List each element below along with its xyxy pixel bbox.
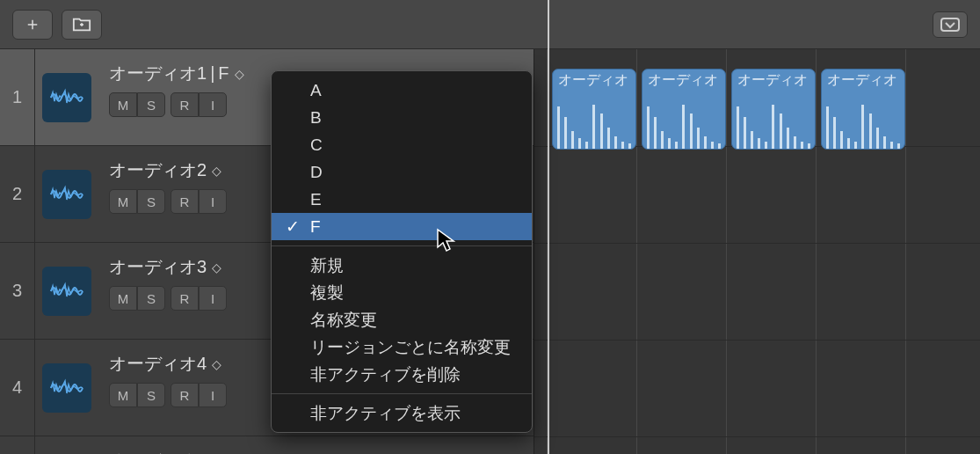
track-alternatives-menu: ABCDE✓F新規複製名称変更リージョンごとに名称変更非アクティブを削除非アクテ… <box>271 70 533 433</box>
track-header: オーディオ5◇MSRI <box>98 436 534 454</box>
region-label: オーディオ <box>822 70 904 92</box>
track-button-r[interactable]: R <box>171 92 199 117</box>
track-button-s[interactable]: S <box>137 189 165 214</box>
grid-line-vertical <box>905 49 906 454</box>
menu-item-label: 非アクティブを表示 <box>310 402 461 425</box>
playhead-line <box>548 0 549 454</box>
track-name[interactable]: オーディオ5 <box>109 449 207 454</box>
timeline-area[interactable]: オーディオオーディオオーディオオーディオ <box>534 49 980 454</box>
waveform-icon <box>822 94 904 149</box>
track-name[interactable]: オーディオ3 <box>109 255 207 279</box>
track-row-5[interactable]: 5オーディオ5◇MSRI <box>0 436 534 454</box>
menu-item-action-2[interactable]: 名称変更 <box>272 306 532 333</box>
menu-separator <box>272 245 532 246</box>
audio-waveform-icon <box>42 73 91 122</box>
track-name[interactable]: オーディオ1 <box>109 62 207 85</box>
track-button-i[interactable]: I <box>199 92 227 117</box>
view-options-button[interactable] <box>933 11 968 38</box>
menu-item-label: C <box>310 135 323 155</box>
grid-line-vertical <box>726 49 727 454</box>
track-alternatives-toggle-icon[interactable]: ◇ <box>212 164 221 178</box>
track-button-i[interactable]: I <box>199 383 227 407</box>
audio-waveform-icon <box>42 170 91 219</box>
region-label: オーディオ <box>732 70 815 92</box>
track-button-m[interactable]: M <box>109 286 137 311</box>
track-icon-container <box>35 436 98 454</box>
track-icon-container <box>35 49 98 145</box>
menu-item-label: 非アクティブを削除 <box>310 363 461 386</box>
menu-item-label: E <box>310 190 322 209</box>
add-folder-button[interactable] <box>62 10 102 40</box>
track-button-r[interactable]: R <box>171 189 199 214</box>
track-button-i[interactable]: I <box>199 286 227 311</box>
audio-region-1[interactable]: オーディオ <box>552 69 636 150</box>
track-button-r[interactable]: R <box>171 286 199 311</box>
menu-item-label: リージョンごとに名称変更 <box>310 336 511 359</box>
menu-item-action-4[interactable]: 非アクティブを削除 <box>272 361 532 388</box>
menu-item-alternative-b[interactable]: B <box>272 104 532 131</box>
toolbar <box>0 0 980 49</box>
menu-item-action-1[interactable]: 複製 <box>272 279 532 306</box>
track-number: 1 <box>0 49 35 145</box>
menu-item-alternative-d[interactable]: D <box>272 158 532 186</box>
track-number: 4 <box>0 340 35 436</box>
menu-item-label: F <box>310 217 321 237</box>
track-alternatives-toggle-icon[interactable]: ◇ <box>212 357 221 371</box>
audio-waveform-icon <box>42 267 91 316</box>
audio-waveform-icon <box>42 363 91 413</box>
track-button-m[interactable]: M <box>109 383 137 407</box>
menu-item-label: A <box>310 81 322 100</box>
track-button-s[interactable]: S <box>137 286 165 311</box>
track-button-i[interactable]: I <box>199 189 227 214</box>
menu-item-action-3[interactable]: リージョンごとに名称変更 <box>272 333 532 361</box>
menu-item-label: D <box>310 163 323 182</box>
grid-line-horizontal <box>534 243 980 244</box>
waveform-icon <box>553 94 635 149</box>
track-number: 3 <box>0 243 35 339</box>
grid-line-horizontal <box>534 340 980 340</box>
menu-item-alternative-f[interactable]: ✓F <box>272 213 532 240</box>
grid-line-vertical <box>816 49 817 454</box>
menu-item-alternative-e[interactable]: E <box>272 186 532 213</box>
region-label: オーディオ <box>553 70 635 92</box>
track-icon-container <box>35 146 98 242</box>
track-button-m[interactable]: M <box>109 189 137 214</box>
menu-item-action-0[interactable]: 新規 <box>272 252 532 279</box>
waveform-icon <box>642 94 725 149</box>
grid-line-vertical <box>636 49 637 454</box>
region-label: オーディオ <box>642 70 725 92</box>
menu-item-label: 名称変更 <box>310 309 377 332</box>
track-alternative-label[interactable]: F <box>218 63 229 84</box>
track-name-separator: | <box>210 63 214 84</box>
menu-separator <box>272 393 532 394</box>
track-alternatives-toggle-icon[interactable]: ◇ <box>212 260 221 275</box>
track-name[interactable]: オーディオ2 <box>109 158 207 182</box>
audio-region-4[interactable]: オーディオ <box>821 69 905 150</box>
grid-line-horizontal <box>534 436 980 437</box>
track-name[interactable]: オーディオ4 <box>109 352 207 376</box>
track-number: 2 <box>0 146 35 242</box>
menu-item-alternative-a[interactable]: A <box>272 77 532 104</box>
track-button-m[interactable]: M <box>109 92 137 117</box>
track-button-s[interactable]: S <box>137 383 165 407</box>
audio-region-2[interactable]: オーディオ <box>642 69 726 150</box>
menu-item-footer-0[interactable]: 非アクティブを表示 <box>272 399 532 427</box>
add-track-button[interactable] <box>12 10 53 40</box>
track-icon-container <box>35 243 98 339</box>
audio-region-3[interactable]: オーディオ <box>731 69 816 150</box>
svg-rect-0 <box>941 18 959 31</box>
track-icon-container <box>35 340 98 436</box>
menu-item-label: B <box>310 108 322 128</box>
track-alternatives-toggle-icon[interactable]: ◇ <box>235 67 244 81</box>
track-button-s[interactable]: S <box>137 92 165 117</box>
track-button-r[interactable]: R <box>171 383 199 407</box>
menu-item-label: 複製 <box>310 282 344 304</box>
waveform-icon <box>732 94 815 149</box>
check-icon: ✓ <box>286 216 300 237</box>
track-number: 5 <box>0 436 35 454</box>
menu-item-label: 新規 <box>310 254 344 277</box>
menu-item-alternative-c[interactable]: C <box>272 131 532 158</box>
